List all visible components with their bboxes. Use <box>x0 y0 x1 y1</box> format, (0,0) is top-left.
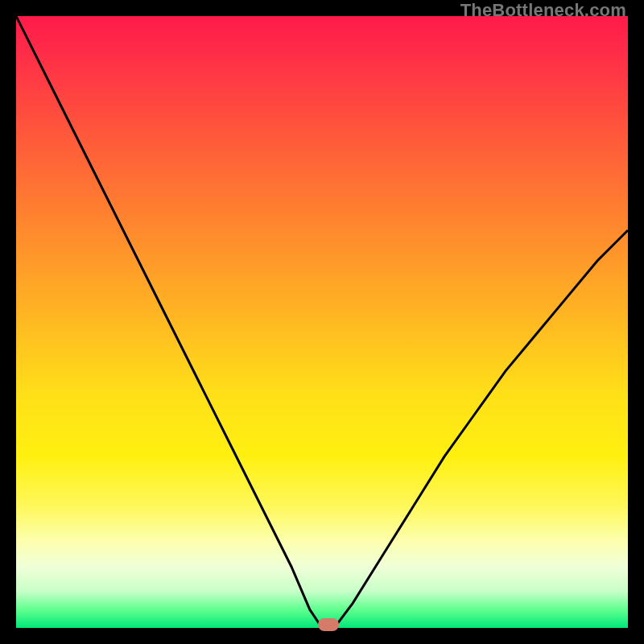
minimum-marker <box>318 618 339 631</box>
plot-area <box>16 16 628 628</box>
curve-svg <box>16 16 628 628</box>
bottleneck-curve-path <box>16 16 628 628</box>
watermark-text: TheBottleneck.com <box>460 0 626 21</box>
chart-container: TheBottleneck.com <box>0 0 644 644</box>
